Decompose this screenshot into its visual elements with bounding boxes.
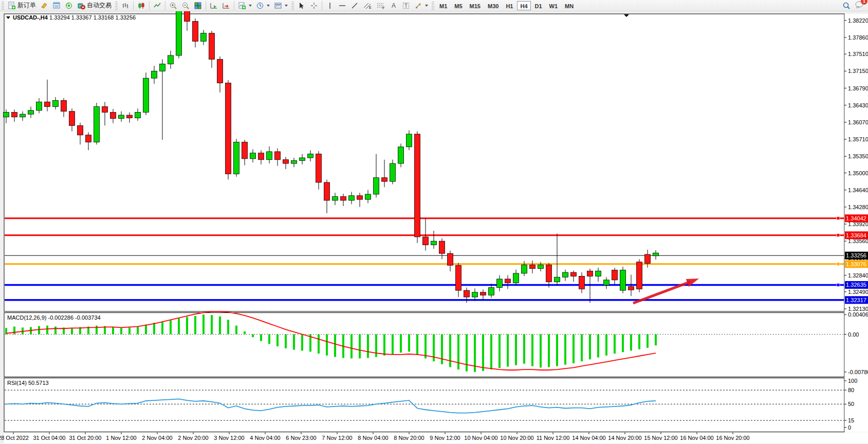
date-tick-label: 31 Oct 04:00 bbox=[33, 435, 66, 441]
zoom-out-icon bbox=[181, 2, 190, 10]
timeframe-button-m30[interactable]: M30 bbox=[485, 1, 502, 10]
date-tick-label: 4 Nov 04:00 bbox=[250, 435, 280, 441]
line-knob[interactable] bbox=[837, 283, 840, 286]
line-knob[interactable] bbox=[837, 234, 840, 237]
arrows-tool-button[interactable] bbox=[412, 1, 430, 11]
price-tick-label: 1.35710 bbox=[848, 136, 868, 142]
candle-body bbox=[415, 134, 420, 237]
line-chart-button[interactable] bbox=[151, 1, 163, 11]
clock-icon bbox=[256, 2, 264, 10]
timeframe-button-h4[interactable]: H4 bbox=[517, 1, 530, 10]
rsi-pane bbox=[4, 378, 844, 432]
timeframe-button-d1[interactable]: D1 bbox=[532, 1, 545, 10]
periods-button[interactable] bbox=[254, 1, 272, 11]
templates-button[interactable] bbox=[272, 1, 290, 11]
text-label-tool-button[interactable]: T bbox=[400, 1, 412, 11]
macd-bar bbox=[449, 335, 451, 367]
chevron-down-icon bbox=[285, 5, 288, 7]
macd-bar bbox=[482, 335, 484, 371]
rsi-axis-label: 15 bbox=[848, 417, 854, 423]
candle-body bbox=[423, 237, 429, 245]
line-knob[interactable] bbox=[837, 217, 840, 220]
candle-body bbox=[407, 134, 412, 147]
text-tool-button[interactable]: A bbox=[387, 1, 400, 11]
zoom-in-button[interactable] bbox=[167, 1, 179, 11]
candle-body bbox=[497, 279, 503, 288]
macd-bar bbox=[170, 320, 172, 334]
macd-bar bbox=[441, 335, 443, 364]
chevron-down-icon bbox=[249, 5, 252, 7]
candle-body bbox=[69, 112, 75, 126]
toolbar-separator bbox=[133, 1, 134, 10]
chart-window[interactable]: 1.382201.378601.375101.371501.367901.364… bbox=[0, 11, 868, 444]
macd-bar bbox=[556, 335, 558, 366]
macd-bar bbox=[219, 317, 221, 335]
candle-body bbox=[324, 182, 330, 200]
candle-body bbox=[538, 265, 544, 268]
date-tick-label: 7 Nov 12:00 bbox=[322, 435, 352, 441]
candle-body bbox=[579, 276, 585, 289]
date-tick-label: 31 Oct 20:00 bbox=[69, 435, 102, 441]
timeframe-button-m15[interactable]: M15 bbox=[467, 1, 484, 10]
trendline-tool-button[interactable] bbox=[348, 1, 361, 11]
candle-body bbox=[390, 163, 396, 181]
bar-chart-button[interactable] bbox=[119, 1, 132, 11]
chart-title: USDCAD-,H4 bbox=[13, 14, 48, 21]
horizontal-line-tool-button[interactable] bbox=[336, 1, 348, 11]
candle-body bbox=[209, 33, 215, 60]
macd-bar bbox=[235, 326, 237, 335]
candle-body bbox=[333, 197, 338, 200]
autotrading-label: 自动交易 bbox=[87, 1, 112, 10]
market-watch-button[interactable] bbox=[50, 1, 63, 11]
candle-body bbox=[217, 59, 223, 83]
price-tick-label: 1.34640 bbox=[848, 187, 868, 193]
styles-button[interactable] bbox=[38, 1, 50, 11]
candle-body bbox=[250, 153, 256, 159]
macd-bar bbox=[424, 335, 427, 359]
timeframe-button-h1[interactable]: H1 bbox=[503, 1, 516, 10]
macd-bar bbox=[523, 335, 525, 364]
cursor-tool-button[interactable] bbox=[296, 1, 308, 11]
timeframe-button-mn[interactable]: MN bbox=[562, 1, 577, 10]
autotrading-button[interactable]: 自动交易 bbox=[75, 1, 114, 11]
price-tag-label: 1.34042 bbox=[846, 215, 866, 221]
macd-bar bbox=[597, 335, 599, 358]
fibonacci-tool-button[interactable]: F bbox=[374, 1, 387, 11]
vertical-line-tool-button[interactable] bbox=[324, 1, 336, 11]
line-knob[interactable] bbox=[837, 263, 840, 266]
notifications-button[interactable]: 1 bbox=[855, 1, 864, 10]
zoom-out-button[interactable] bbox=[179, 1, 192, 11]
channel-tool-button[interactable]: E bbox=[361, 1, 374, 11]
chart-shift-button[interactable] bbox=[220, 1, 232, 11]
indicators-button[interactable] bbox=[236, 1, 254, 11]
timeframe-button-m5[interactable]: M5 bbox=[451, 1, 465, 10]
vertical-line-icon bbox=[326, 2, 334, 10]
price-tag-label: 1.33684 bbox=[846, 232, 866, 238]
candle-body bbox=[28, 110, 34, 114]
candlestick-button[interactable] bbox=[135, 1, 147, 11]
macd-bar bbox=[293, 335, 295, 350]
search-icon[interactable] bbox=[842, 2, 851, 10]
timeframe-button-w1[interactable]: W1 bbox=[546, 1, 561, 10]
signals-button[interactable] bbox=[63, 1, 75, 11]
new-order-button[interactable]: 新订单 bbox=[6, 1, 38, 11]
candle-body bbox=[12, 113, 17, 117]
chart-shift-icon bbox=[222, 2, 230, 10]
candle-body bbox=[94, 106, 100, 142]
candle-body bbox=[184, 11, 190, 22]
macd-bar bbox=[227, 320, 229, 334]
macd-bar bbox=[54, 326, 57, 334]
crosshair-tool-button[interactable] bbox=[308, 1, 320, 11]
candle-body bbox=[398, 147, 404, 163]
auto-scroll-button[interactable] bbox=[208, 1, 220, 11]
timeframe-button-m1[interactable]: M1 bbox=[436, 1, 450, 10]
tile-windows-button[interactable] bbox=[192, 1, 204, 11]
macd-bar bbox=[383, 335, 385, 356]
date-tick-label: 14 Nov 20:00 bbox=[608, 435, 641, 441]
candle-body bbox=[571, 272, 577, 276]
chart-canvas[interactable]: 1.382201.378601.375101.371501.367901.364… bbox=[0, 11, 868, 444]
candle-body bbox=[152, 71, 157, 78]
candle-body bbox=[472, 292, 478, 297]
candle-body bbox=[563, 272, 568, 277]
macd-bar bbox=[71, 328, 73, 334]
